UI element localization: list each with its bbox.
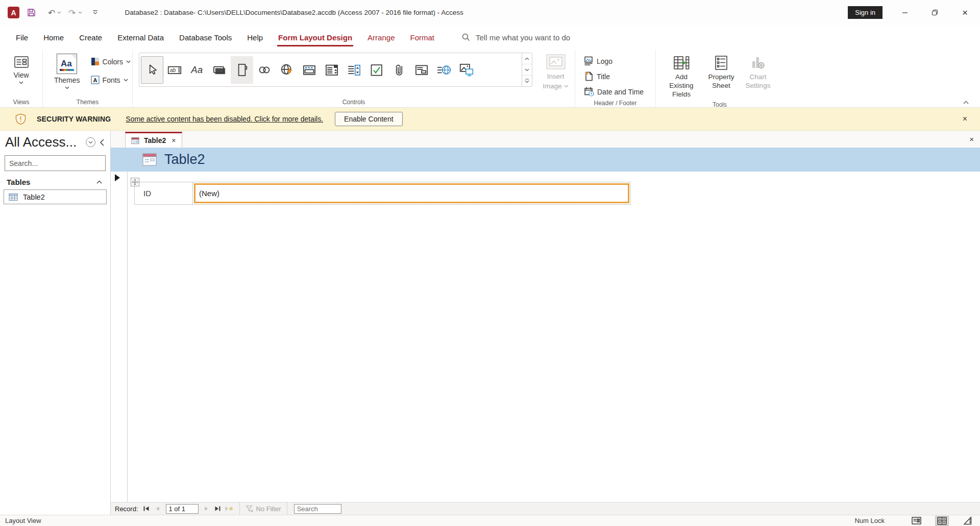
previous-record-button[interactable] <box>153 504 162 514</box>
chevron-up-icon <box>963 101 969 104</box>
close-security-bar-button[interactable]: × <box>963 114 967 124</box>
chevron-down-icon <box>124 79 128 82</box>
list-box-control[interactable] <box>343 56 365 84</box>
property-sheet-button[interactable]: PropertySheet <box>703 53 740 92</box>
tab-home[interactable]: Home <box>36 25 71 50</box>
view-label: View <box>13 71 29 79</box>
select-control[interactable] <box>141 56 163 84</box>
chevron-down-icon <box>88 141 93 144</box>
insert-image-button[interactable]: Insert Image <box>536 53 575 91</box>
attachment-icon <box>392 63 406 77</box>
form-view-button[interactable] <box>910 516 923 526</box>
gallery-scroll-up-button[interactable] <box>522 53 532 64</box>
restore-button[interactable] <box>920 0 950 25</box>
add-existing-fields-button[interactable]: Add ExistingFields <box>660 53 703 101</box>
overlined-chevron-down-icon <box>92 10 98 15</box>
tab-external-data[interactable]: External Data <box>110 25 172 50</box>
close-tab-icon[interactable]: × <box>172 136 176 145</box>
web-browser-control[interactable] <box>276 56 298 84</box>
document-tab-table2[interactable]: Table2 × <box>125 132 182 148</box>
browser-hyperlink-control[interactable] <box>433 56 455 84</box>
design-view-button[interactable] <box>961 516 974 526</box>
gallery-more-button[interactable] <box>522 75 532 86</box>
text-box-control[interactable]: ab <box>163 56 186 84</box>
attachment-control[interactable] <box>388 56 410 84</box>
title-button[interactable]: Title <box>581 69 647 84</box>
redo-button[interactable]: ↷ <box>65 5 85 20</box>
gallery-scroll-down-button[interactable] <box>522 64 532 75</box>
check-box-control[interactable] <box>365 56 388 84</box>
group-label-themes: Themes <box>43 97 132 107</box>
field-textbox-id[interactable]: (New) <box>194 183 629 203</box>
themes-button[interactable]: Aa Themes <box>51 53 84 92</box>
tab-create[interactable]: Create <box>71 25 110 50</box>
combo-box-control[interactable] <box>321 56 343 84</box>
ribbon-group-themes: Aa Themes Colors A Fonts <box>43 50 133 107</box>
record-search-input[interactable] <box>294 504 341 514</box>
last-record-button[interactable] <box>213 504 223 514</box>
record-selector-column <box>111 172 128 502</box>
collapse-nav-pane-button[interactable] <box>100 139 104 146</box>
close-document-button[interactable]: × <box>969 135 974 144</box>
tab-format[interactable]: Format <box>402 25 442 50</box>
nav-pane-menu-button[interactable] <box>86 137 95 147</box>
record-position-box[interactable]: 1 of 1 <box>166 504 199 514</box>
tab-control[interactable] <box>231 56 253 84</box>
security-details-link[interactable]: Some active content has been disabled. C… <box>126 115 323 123</box>
tab-file[interactable]: File <box>8 25 36 50</box>
title-label: Title <box>597 73 610 81</box>
hyperlink-control[interactable] <box>253 56 276 84</box>
close-icon: × <box>962 7 968 18</box>
minimize-icon <box>902 10 908 16</box>
fonts-icon-letter: A <box>93 77 97 83</box>
tab-arrange[interactable]: Arrange <box>360 25 402 50</box>
button-control[interactable] <box>208 56 231 84</box>
overlined-chevron-down-icon <box>525 79 529 83</box>
undo-button[interactable]: ↶ <box>44 5 65 20</box>
nav-search-box[interactable] <box>5 155 106 171</box>
subform-control[interactable] <box>410 56 433 84</box>
layout-view-icon <box>937 517 947 525</box>
image-control[interactable] <box>455 56 478 84</box>
combo-box-icon <box>325 63 339 77</box>
field-label-id[interactable]: ID <box>135 182 193 204</box>
save-button[interactable] <box>23 5 39 20</box>
minimize-button[interactable] <box>890 0 920 25</box>
no-filter-button[interactable]: No Filter <box>246 505 281 513</box>
property-sheet-label-line1: Property <box>708 73 734 81</box>
navigation-control[interactable] <box>298 56 321 84</box>
label-control[interactable]: Aa <box>186 56 208 84</box>
design-view-icon <box>963 516 972 525</box>
colors-button[interactable]: Colors <box>88 55 134 68</box>
restore-icon <box>932 9 938 16</box>
chevron-up-icon <box>96 180 102 184</box>
nav-section-tables[interactable]: Tables <box>0 174 110 189</box>
customize-quick-access-toolbar-button[interactable] <box>89 5 102 20</box>
tab-database-tools[interactable]: Database Tools <box>172 25 239 50</box>
logo-button[interactable]: Logo <box>581 54 647 68</box>
collapse-ribbon-button[interactable] <box>963 101 969 104</box>
tab-form-layout-design[interactable]: Form Layout Design <box>271 25 360 50</box>
no-filter-label: No Filter <box>256 505 281 513</box>
layout-view-button[interactable] <box>935 516 949 526</box>
fonts-button[interactable]: A Fonts <box>88 73 134 87</box>
ribbon-group-tools: Add ExistingFields PropertySheet ChartSe… <box>656 50 783 107</box>
group-label-header-footer: Header / Footer <box>575 99 655 107</box>
next-record-button[interactable] <box>202 504 211 514</box>
tell-me-search[interactable]: Tell me what you want to do <box>462 25 570 50</box>
enable-content-button[interactable]: Enable Content <box>335 112 403 126</box>
sign-in-button[interactable]: Sign in <box>848 6 883 19</box>
tab-help[interactable]: Help <box>239 25 271 50</box>
date-and-time-button[interactable]: Date and Time <box>581 84 647 99</box>
close-window-button[interactable]: × <box>950 0 980 25</box>
first-record-button[interactable] <box>142 504 151 514</box>
themes-icon-letters: Aa <box>61 59 72 68</box>
view-button[interactable]: View <box>10 53 32 87</box>
new-record-button[interactable] <box>225 504 234 514</box>
chevron-down-icon <box>65 86 69 89</box>
nav-search-input[interactable] <box>9 159 102 168</box>
navigation-control-icon <box>302 63 316 77</box>
nav-item-table2[interactable]: Table2 <box>4 189 107 204</box>
last-record-icon <box>214 506 221 512</box>
tab-control-icon <box>235 63 249 77</box>
